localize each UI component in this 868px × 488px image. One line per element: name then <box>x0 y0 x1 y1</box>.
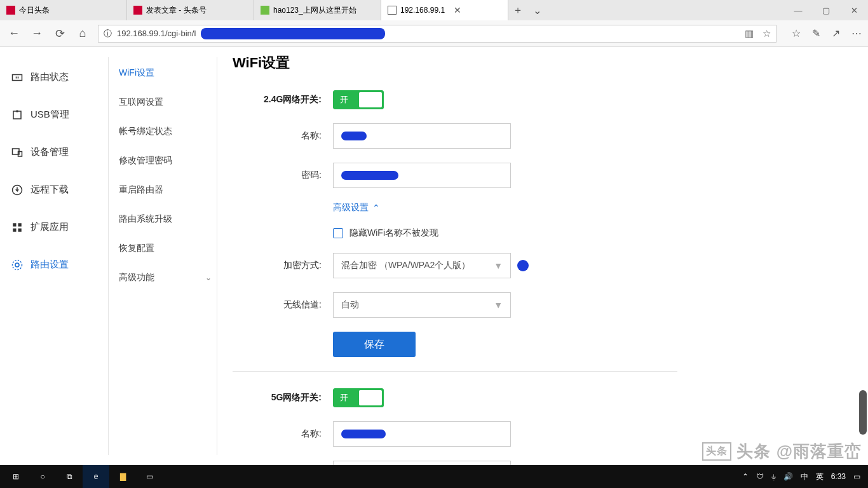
notes-button[interactable]: ✎ <box>812 27 820 39</box>
checkbox-hide-ssid[interactable] <box>333 228 343 238</box>
label-5g-switch: 5G网络开关: <box>233 392 322 403</box>
input-24g-password[interactable] <box>333 163 511 188</box>
info-dot-icon[interactable] <box>517 260 529 271</box>
tab-publish[interactable]: 发表文章 - 头条号 <box>127 0 254 20</box>
input-5g-password[interactable] <box>333 461 511 465</box>
toggle-knob <box>359 92 382 107</box>
caret-down-icon: ▼ <box>494 300 503 310</box>
secondary-sidebar: WiFi设置 互联网设置 帐号绑定状态 修改管理密码 重启路由器 路由系统升级 … <box>109 47 217 465</box>
subnav-restore[interactable]: 恢复配置 <box>114 234 217 263</box>
sidebar-item-settings[interactable]: 路由设置 <box>11 246 108 283</box>
sidebar-label: 远程下载 <box>31 184 69 196</box>
address-bar[interactable]: ⓘ 192.168.99.1/cgi-bin/l ▥ ☆ <box>98 25 776 43</box>
subnav-account[interactable]: 帐号绑定状态 <box>114 117 217 146</box>
minimize-button[interactable]: — <box>784 0 812 20</box>
browser-toolbar: ← → ⟳ ⌂ ⓘ 192.168.99.1/cgi-bin/l ▥ ☆ ☆ ✎… <box>0 20 868 47</box>
tab-toutiao[interactable]: 今日头条 <box>0 0 127 20</box>
site-icon <box>388 6 397 15</box>
sidebar-label: 扩展应用 <box>31 221 69 233</box>
label-encryption: 加密方式: <box>233 260 322 271</box>
subnav-password[interactable]: 修改管理密码 <box>114 146 217 175</box>
start-button[interactable]: ⊞ <box>3 465 29 488</box>
sidebar-label: 路由设置 <box>31 259 69 271</box>
subnav-advanced[interactable]: 高级功能⌄ <box>114 263 217 292</box>
reading-view-icon[interactable]: ▥ <box>745 28 754 39</box>
status-icon <box>11 72 23 83</box>
svg-rect-2 <box>18 76 19 78</box>
svg-rect-8 <box>13 223 16 226</box>
close-icon[interactable]: ✕ <box>454 5 461 15</box>
select-encryption[interactable]: 混合加密 （WPA/WPA2个人版） ▼ <box>333 253 511 278</box>
sidebar-item-download[interactable]: 远程下载 <box>11 171 108 208</box>
info-icon[interactable]: ⓘ <box>104 28 112 39</box>
network-icon[interactable]: ⏚ <box>771 472 776 481</box>
toggle-24g[interactable]: 开 <box>333 90 384 109</box>
ime-en[interactable]: 英 <box>816 471 824 482</box>
notifications-icon[interactable]: ▭ <box>853 472 860 481</box>
tabs-more-button[interactable]: ⌄ <box>527 0 546 20</box>
favorites-button[interactable]: ☆ <box>792 27 801 39</box>
settings-button[interactable]: ⋯ <box>851 27 862 39</box>
tab-hao123[interactable]: hao123_上网从这里开始 <box>254 0 381 20</box>
label-24g-password: 密码: <box>233 170 322 181</box>
apps-icon <box>11 222 23 233</box>
site-icon <box>261 6 269 15</box>
refresh-button[interactable]: ⟳ <box>52 27 67 41</box>
toggle-state: 开 <box>334 94 348 105</box>
new-tab-button[interactable]: ＋ <box>508 0 527 20</box>
store-taskbar-icon[interactable]: ▭ <box>136 465 163 488</box>
gear-icon <box>11 259 23 271</box>
scrollbar-thumb[interactable] <box>859 390 867 435</box>
usb-icon <box>11 109 23 121</box>
toggle-knob <box>359 390 382 405</box>
sidebar-label: 路由状态 <box>31 71 69 83</box>
svg-point-12 <box>15 263 19 267</box>
subnav-internet[interactable]: 互联网设置 <box>114 88 217 117</box>
sidebar-item-devices[interactable]: 设备管理 <box>11 133 108 171</box>
subnav-upgrade[interactable]: 路由系统升级 <box>114 205 217 234</box>
search-button[interactable]: ○ <box>29 465 56 488</box>
primary-sidebar: 路由状态 USB管理 设备管理 远程下载 扩展应用 路由设置 <box>0 47 108 465</box>
tab-label: 今日头条 <box>19 5 50 16</box>
subnav-wifi[interactable]: WiFi设置 <box>114 58 217 88</box>
select-channel[interactable]: 自动 ▼ <box>333 292 511 318</box>
favorite-icon[interactable]: ☆ <box>763 28 771 39</box>
window-titlebar: 今日头条 发表文章 - 头条号 hao123_上网从这里开始 192.168.9… <box>0 0 868 20</box>
label-channel: 无线信道: <box>233 299 322 311</box>
sidebar-label: USB管理 <box>31 109 69 121</box>
input-5g-name[interactable] <box>333 421 511 447</box>
svg-rect-3 <box>13 111 21 119</box>
back-button[interactable]: ← <box>6 27 22 40</box>
subnav-reboot[interactable]: 重启路由器 <box>114 175 217 205</box>
close-button[interactable]: ✕ <box>840 0 868 20</box>
home-button[interactable]: ⌂ <box>75 27 90 40</box>
input-24g-name[interactable] <box>333 123 511 149</box>
page-title: WiFi设置 <box>233 53 868 72</box>
maximize-button[interactable]: ▢ <box>812 0 840 20</box>
sidebar-item-apps[interactable]: 扩展应用 <box>11 208 108 246</box>
tab-label: 发表文章 - 头条号 <box>146 5 207 16</box>
chevron-down-icon: ⌄ <box>205 273 212 282</box>
redaction <box>341 132 367 140</box>
explorer-taskbar-icon[interactable]: ▇ <box>109 465 136 488</box>
forward-button[interactable]: → <box>29 27 44 40</box>
advanced-toggle-24g[interactable]: 高级设置 ⌃ <box>333 202 380 214</box>
tray-icon[interactable]: ⌃ <box>742 472 749 481</box>
sidebar-item-usb[interactable]: USB管理 <box>11 96 108 133</box>
ime-zh[interactable]: 中 <box>801 471 808 482</box>
volume-icon[interactable]: 🔊 <box>783 472 793 481</box>
tab-label: 192.168.99.1 <box>400 6 445 15</box>
sidebar-item-status[interactable]: 路由状态 <box>11 58 108 96</box>
page-content: 路由状态 USB管理 设备管理 远程下载 扩展应用 路由设置 WiFi设置 互联… <box>0 47 868 465</box>
toggle-5g[interactable]: 开 <box>333 388 384 407</box>
shield-icon[interactable]: 🛡 <box>756 472 764 481</box>
edge-taskbar-icon[interactable]: e <box>83 465 109 488</box>
share-button[interactable]: ↗ <box>832 27 840 39</box>
save-button[interactable]: 保存 <box>333 332 416 357</box>
redaction <box>341 171 398 180</box>
task-view-button[interactable]: ⧉ <box>56 465 83 488</box>
chevron-up-icon: ⌃ <box>372 203 380 213</box>
toggle-state: 开 <box>334 392 348 403</box>
tab-router[interactable]: 192.168.99.1 ✕ <box>381 0 508 20</box>
clock[interactable]: 6:33 <box>831 472 846 481</box>
